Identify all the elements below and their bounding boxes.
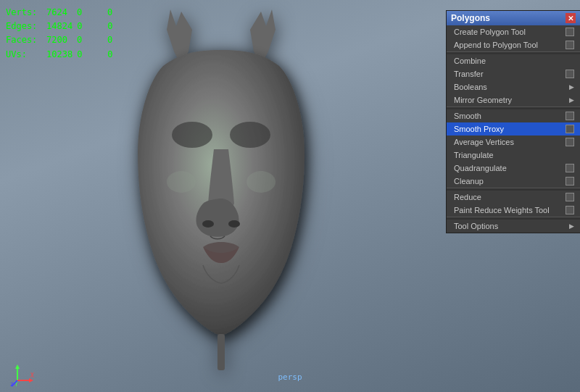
svg-text:X: X — [30, 372, 34, 379]
stats-overlay: Verts: 7624 0 0 Edges: 14824 0 0 Faces: … — [6, 6, 133, 62]
svg-point-7 — [246, 171, 276, 193]
menu-item-label-cleanup: Cleanup — [454, 177, 484, 185]
svg-point-4 — [202, 220, 214, 228]
menu-item-label-create-polygon-tool: Create Polygon Tool — [454, 28, 526, 36]
verts-row: Verts: 7624 0 0 — [6, 6, 133, 20]
faces-row: Faces: 7200 0 0 — [6, 33, 133, 47]
menu-item-label-combine: Combine — [454, 57, 486, 65]
menu-item-icon-transfer — [566, 70, 574, 78]
menu-title-bar: Polygons ✕ — [447, 11, 580, 25]
menu-close-button[interactable]: ✕ — [566, 13, 576, 23]
menu-item-label-smooth: Smooth — [454, 112, 481, 120]
menu-items-container: Create Polygon ToolAppend to Polygon Too… — [447, 25, 580, 233]
menu-item-icon-paint-reduce-weights-tool — [566, 206, 574, 214]
edges-value: 14824 — [46, 20, 72, 33]
menu-item-label-booleans: Booleans — [454, 83, 487, 91]
uvs-label: UVs: — [6, 48, 42, 62]
menu-item-icon-reduce — [566, 193, 574, 201]
edges-label: Edges: — [6, 20, 42, 33]
svg-point-6 — [167, 171, 196, 193]
menu-item-label-paint-reduce-weights-tool: Paint Reduce Weights Tool — [454, 206, 550, 214]
menu-item-smooth-proxy[interactable]: Smooth Proxy — [447, 122, 580, 135]
menu-item-cleanup[interactable]: Cleanup — [447, 175, 580, 188]
menu-item-label-mirror-geometry: Mirror Geometry — [454, 96, 512, 104]
faces-v1: 0 — [77, 33, 103, 47]
viewport: Verts: 7624 0 0 Edges: 14824 0 0 Faces: … — [0, 0, 580, 392]
uvs-v1: 0 — [77, 48, 103, 62]
edges-row: Edges: 14824 0 0 — [6, 20, 133, 33]
menu-item-icon-quadrangulate — [566, 164, 574, 172]
menu-item-icon-create-polygon-tool — [566, 28, 574, 36]
menu-item-reduce[interactable]: Reduce — [447, 191, 580, 204]
menu-item-label-triangulate: Triangulate — [454, 151, 494, 159]
menu-item-arrow-tool-options: ▶ — [569, 222, 574, 230]
uvs-v2: 0 — [107, 48, 133, 62]
menu-item-append-to-polygon-tool[interactable]: Append to Polygon Tool — [447, 38, 580, 51]
menu-item-create-polygon-tool[interactable]: Create Polygon Tool — [447, 25, 580, 38]
svg-point-5 — [228, 220, 240, 228]
perspective-label: persp — [278, 372, 302, 382]
menu-item-icon-smooth — [566, 112, 574, 120]
menu-item-mirror-geometry[interactable]: Mirror Geometry▶ — [447, 93, 580, 107]
menu-item-booleans[interactable]: Booleans▶ — [447, 80, 580, 93]
menu-item-label-smooth-proxy: Smooth Proxy — [454, 125, 504, 133]
verts-v2: 0 — [107, 6, 133, 20]
menu-title: Polygons — [451, 13, 490, 23]
menu-item-triangulate[interactable]: Triangulate — [447, 149, 580, 162]
svg-rect-8 — [218, 334, 225, 370]
menu-item-smooth[interactable]: Smooth — [447, 109, 580, 122]
menu-panel: Polygons ✕ Create Polygon ToolAppend to … — [446, 10, 580, 233]
svg-text:Z: Z — [10, 382, 13, 388]
svg-point-2 — [172, 122, 212, 148]
uvs-row: UVs: 10238 0 0 — [6, 48, 133, 62]
menu-item-label-average-vertices: Average Vertices — [454, 138, 514, 146]
edges-v2: 0 — [107, 20, 133, 33]
menu-item-label-tool-options: Tool Options — [454, 222, 498, 230]
svg-marker-10 — [15, 364, 20, 369]
verts-v1: 0 — [77, 6, 103, 20]
faces-v2: 0 — [107, 33, 133, 47]
menu-item-label-append-to-polygon-tool: Append to Polygon Tool — [454, 41, 538, 49]
menu-item-icon-average-vertices — [566, 138, 574, 146]
menu-item-average-vertices[interactable]: Average Vertices — [447, 135, 580, 149]
menu-item-icon-smooth-proxy — [566, 125, 574, 133]
menu-item-label-transfer: Transfer — [454, 70, 484, 78]
svg-point-3 — [230, 122, 270, 148]
verts-label: Verts: — [6, 6, 42, 20]
menu-item-combine[interactable]: Combine — [447, 54, 580, 67]
menu-item-arrow-mirror-geometry: ▶ — [569, 96, 574, 104]
edges-v1: 0 — [77, 20, 103, 33]
verts-value: 7624 — [46, 6, 72, 20]
faces-label: Faces: — [6, 33, 42, 47]
menu-item-tool-options[interactable]: Tool Options▶ — [447, 220, 580, 233]
axis-indicator: Y X Z — [10, 362, 33, 385]
menu-item-label-quadrangulate: Quadrangulate — [454, 164, 507, 172]
uvs-value: 10238 — [46, 48, 72, 62]
menu-item-icon-cleanup — [566, 177, 574, 185]
menu-item-arrow-booleans: ▶ — [569, 83, 574, 91]
menu-item-transfer[interactable]: Transfer — [447, 67, 580, 80]
menu-item-label-reduce: Reduce — [454, 193, 481, 201]
faces-value: 7200 — [46, 33, 72, 47]
menu-item-icon-append-to-polygon-tool — [566, 41, 574, 49]
menu-item-paint-reduce-weights-tool[interactable]: Paint Reduce Weights Tool — [447, 204, 580, 217]
face-svg — [69, 8, 373, 385]
menu-item-quadrangulate[interactable]: Quadrangulate — [447, 162, 580, 175]
